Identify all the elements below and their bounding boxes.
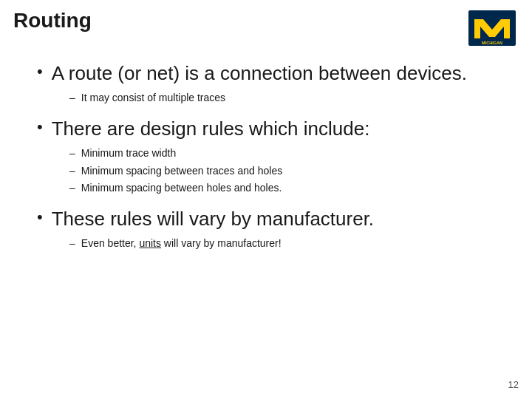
page-title: Routing	[13, 9, 92, 33]
bullet-2-text: There are design rules which include:	[52, 117, 370, 140]
bullet-section-3: • These rules will vary by manufacturer.…	[37, 208, 502, 251]
sub-bullet-dash-3a: –	[69, 237, 75, 249]
bullet-3: • These rules will vary by manufacturer.	[37, 208, 502, 231]
sub-bullet-2a: – Minimum trace width	[69, 146, 502, 161]
sub-bullets-3: – Even better, units will vary by manufa…	[69, 236, 502, 251]
sub-bullet-2c-text: Minimum spacing between holes and holes.	[81, 181, 282, 196]
units-underline: units	[139, 237, 161, 249]
bullet-section-1: • A route (or net) is a connection betwe…	[37, 62, 502, 106]
bullet-dot-2: •	[37, 119, 43, 135]
sub-bullet-2b: – Minimum spacing between traces and hol…	[69, 164, 502, 179]
slide: Routing MICHIGAN • A route (or net) is a…	[0, 0, 532, 399]
bullet-1-text: A route (or net) is a connection between…	[52, 62, 467, 85]
bullet-dot-3: •	[37, 209, 43, 225]
sub-bullet-3a-text: Even better, units will vary by manufact…	[81, 236, 282, 251]
logo-container: MICHIGAN	[466, 9, 519, 47]
sub-bullet-dash-2a: –	[69, 147, 75, 159]
sub-bullet-1a: – It may consist of multiple traces	[69, 91, 502, 106]
sub-bullet-dash-2b: –	[69, 165, 75, 177]
bullet-dot-1: •	[37, 64, 43, 80]
svg-text:MICHIGAN: MICHIGAN	[482, 41, 502, 45]
page-number: 12	[508, 379, 519, 390]
bullet-2: • There are design rules which include:	[37, 117, 502, 140]
sub-bullet-1a-text: It may consist of multiple traces	[81, 91, 225, 106]
bullet-1: • A route (or net) is a connection betwe…	[37, 62, 502, 85]
sub-bullet-3a: – Even better, units will vary by manufa…	[69, 236, 502, 251]
sub-bullet-2c: – Minimum spacing between holes and hole…	[69, 181, 502, 196]
sub-bullet-2a-text: Minimum trace width	[81, 146, 176, 161]
bullet-section-2: • There are design rules which include: …	[37, 117, 502, 196]
michigan-logo-icon: MICHIGAN	[468, 10, 516, 46]
sub-bullets-2: – Minimum trace width – Minimum spacing …	[69, 146, 502, 196]
slide-header: Routing MICHIGAN	[0, 0, 532, 47]
sub-bullet-dash-1a: –	[69, 92, 75, 103]
bullet-3-text: These rules will vary by manufacturer.	[52, 208, 374, 231]
sub-bullet-dash-2c: –	[69, 182, 75, 194]
sub-bullets-1: – It may consist of multiple traces	[69, 91, 502, 106]
slide-content: • A route (or net) is a connection betwe…	[0, 47, 532, 278]
sub-bullet-2b-text: Minimum spacing between traces and holes	[81, 164, 282, 179]
